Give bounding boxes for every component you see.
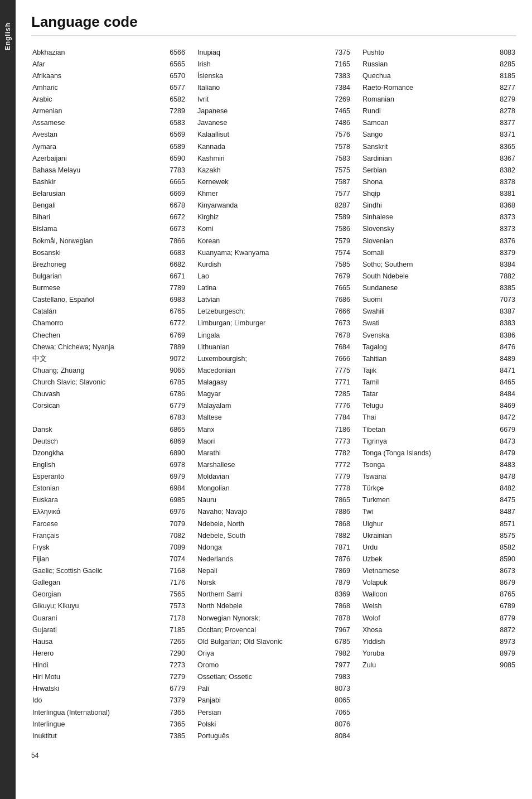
lang-code: 8073 (322, 683, 351, 695)
list-item: Sotho; Southern8384 (361, 258, 516, 270)
list-item: Sundanese8385 (361, 282, 516, 294)
lang-name: Lingala (196, 329, 322, 341)
list-item: Corsican6779 (31, 400, 186, 412)
lang-code: 8378 (482, 176, 516, 187)
lang-name: Yoruba (361, 647, 482, 659)
lang-code: 6589 (157, 141, 186, 152)
lang-name: Russian (361, 58, 482, 70)
lang-code: 7575 (322, 164, 351, 176)
lang-code: 8285 (482, 58, 516, 70)
lang-code: 7165 (322, 58, 351, 70)
list-item: Church Slavic; Slavonic6785 (31, 377, 186, 388)
lang-name: Twi (361, 506, 482, 518)
lang-name: Kannada (196, 141, 322, 152)
list-item: Uzbek8590 (361, 553, 516, 565)
lang-code: 7679 (322, 270, 351, 282)
list-item: Japanese7465 (196, 105, 351, 117)
lang-code: 6785 (322, 636, 351, 647)
lang-code: 7385 (157, 730, 186, 742)
lang-code: 8679 (482, 577, 516, 589)
list-item: Letzeburgesch;7666 (196, 306, 351, 317)
list-item: Nederlands7876 (196, 553, 351, 565)
lang-code: 8365 (482, 141, 516, 152)
lang-name: Gujarati (31, 624, 157, 636)
lang-name: Wolof (361, 612, 482, 624)
lang-code: 7779 (322, 471, 351, 483)
list-item: Samoan8377 (361, 117, 516, 129)
lang-code: 7882 (482, 270, 516, 282)
lang-code: 6570 (157, 70, 186, 81)
lang-name: Shona (361, 176, 482, 187)
lang-code: 7168 (157, 565, 186, 577)
list-item: Íslenska7383 (196, 70, 351, 81)
list-item: Ukrainian8575 (361, 530, 516, 541)
lang-code: 6566 (157, 46, 186, 58)
lang-code: 8385 (482, 282, 516, 294)
lang-name: Brezhoneg (31, 258, 157, 270)
lang-name: Bislama (31, 223, 157, 235)
lang-name: Samoan (361, 117, 482, 129)
lang-code: 6865 (157, 423, 186, 435)
list-item: Deutsch6869 (31, 435, 186, 447)
lang-code: 6779 (157, 400, 186, 412)
list-item: Brezhoneg6682 (31, 258, 186, 270)
list-item: Old Bulgarian; Old Slavonic6785 (196, 636, 351, 647)
list-item: Latvian7686 (196, 294, 351, 306)
lang-code: 6665 (157, 176, 186, 187)
lang-name: Sundanese (361, 282, 482, 294)
lang-name: Irish (196, 58, 322, 70)
list-item: Persian7065 (196, 706, 351, 718)
lang-name: Yiddish (361, 636, 482, 647)
lang-name: Português (196, 730, 322, 742)
lang-name: Herero (31, 647, 157, 659)
lang-code: 7573 (157, 600, 186, 612)
lang-name: Hiri Motu (31, 671, 157, 683)
list-item: Tamil8465 (361, 377, 516, 388)
sidebar: English (0, 0, 16, 799)
lang-code: 7878 (322, 612, 351, 624)
list-item: Chuang; Zhuang9065 (31, 364, 186, 376)
lang-code: 7065 (322, 706, 351, 718)
lang-code: 6779 (157, 683, 186, 695)
lang-name: Nauru (196, 494, 322, 506)
lang-code: 7574 (322, 247, 351, 258)
list-item: Lingala7678 (196, 329, 351, 341)
lang-code: 6984 (157, 483, 186, 494)
lang-name: Uzbek (361, 553, 482, 565)
lang-code: 8465 (482, 377, 516, 388)
lang-name: Tahitian (361, 353, 482, 364)
lang-code: 7982 (322, 647, 351, 659)
lang-code: 8387 (482, 306, 516, 317)
list-item: Norsk7879 (196, 577, 351, 589)
list-item: Bahasa Melayu7783 (31, 164, 186, 176)
lang-code: 8483 (482, 459, 516, 470)
lang-name: Bulgarian (31, 270, 157, 282)
lang-name: Malagasy (196, 377, 322, 388)
list-item: Bihari6672 (31, 211, 186, 223)
lang-name: Polski (196, 718, 322, 730)
list-item: Serbian8382 (361, 164, 516, 176)
lang-code: 8381 (482, 188, 516, 200)
list-item: Walloon8765 (361, 589, 516, 600)
lang-code: 6890 (157, 447, 186, 459)
lang-name: Old Bulgarian; Old Slavonic (196, 636, 322, 647)
lang-code: 7784 (322, 412, 351, 423)
list-item: Marshallese7772 (196, 459, 351, 470)
lang-name: Interlingue (31, 718, 157, 730)
lang-name: Tagalog (361, 341, 482, 353)
lang-name: Vietnamese (361, 565, 482, 577)
lang-name: Oriya (196, 647, 322, 659)
lang-code: 8377 (482, 117, 516, 129)
lang-code: 7074 (157, 553, 186, 565)
list-item: Kurdish7585 (196, 258, 351, 270)
lang-code: 7073 (482, 294, 516, 306)
lang-code: 7186 (322, 423, 351, 435)
lang-code: 8279 (482, 94, 516, 105)
lang-code: 8384 (482, 258, 516, 270)
lang-name: Slovensky (361, 223, 482, 235)
lang-code: 6577 (157, 81, 186, 93)
lang-code: 8386 (482, 329, 516, 341)
lang-code: 6672 (157, 211, 186, 223)
lang-code: 8779 (482, 612, 516, 624)
list-item: Euskara6985 (31, 494, 186, 506)
